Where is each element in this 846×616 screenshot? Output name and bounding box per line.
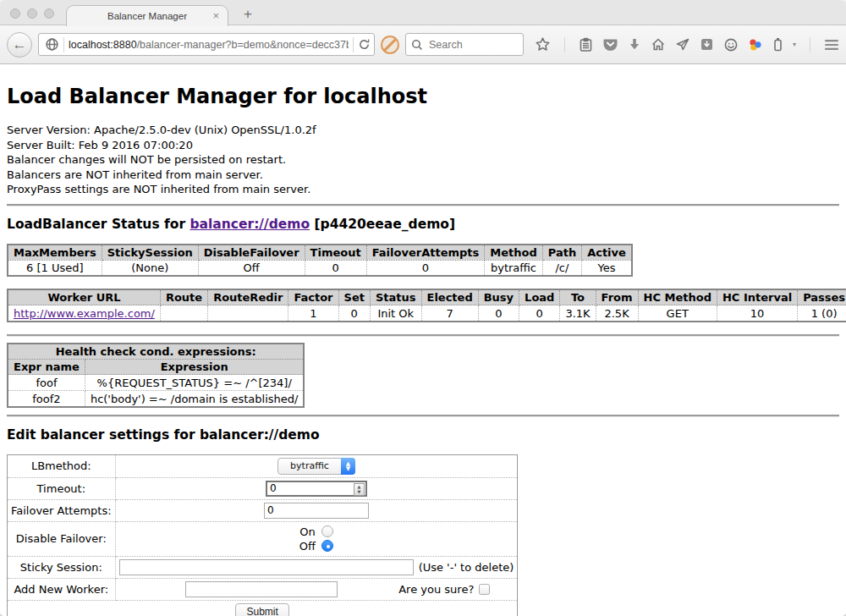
lbmethod-select[interactable]: bytraffic ▲▼ <box>277 458 355 475</box>
new-tab-button[interactable]: + <box>244 6 252 23</box>
chevron-down-icon[interactable]: ▾ <box>793 41 796 48</box>
bookmark-star-icon[interactable] <box>535 36 551 52</box>
server-version-line: Server Version: Apache/2.5.0-dev (Unix) … <box>7 123 839 138</box>
url-path: /balancer-manager?b=demo&nonce=decc37be-… <box>137 39 349 51</box>
radio-on-label: On <box>299 525 315 539</box>
close-window-button[interactable] <box>10 8 20 19</box>
table-cell: (None) <box>102 260 198 276</box>
sticky-session-label: Sticky Session: <box>8 556 116 578</box>
table-row: 6 [1 Used](None)Off00bytraffic/c/Yes <box>8 260 632 276</box>
column-header: Expr name <box>8 360 85 375</box>
column-header: DisableFailover <box>198 245 305 261</box>
column-header: Load <box>519 289 560 305</box>
submit-button[interactable]: Submit <box>235 603 288 616</box>
proxypass-note-line: ProxyPass settings are NOT inherited fro… <box>7 182 839 197</box>
failover-attempts-input[interactable] <box>264 503 369 519</box>
page-title: Load Balancer Manager for localhost <box>7 85 839 108</box>
reload-icon[interactable] <box>358 38 371 51</box>
zoom-window-button[interactable] <box>44 8 54 19</box>
minimize-window-button[interactable] <box>27 8 37 19</box>
table-header-row: MaxMembersStickySessionDisableFailoverTi… <box>8 245 632 261</box>
search-input[interactable] <box>427 38 512 52</box>
tab-close-icon[interactable]: × <box>212 9 219 22</box>
timeout-input[interactable] <box>266 481 367 497</box>
server-built-line: Server Built: Feb 9 2016 07:00:20 <box>7 138 839 153</box>
home-icon[interactable] <box>651 37 666 52</box>
chat-smiley-icon[interactable] <box>723 37 739 52</box>
select-stepper-icon: ▲▼ <box>341 458 355 475</box>
column-header: Status <box>370 289 421 305</box>
table-row: foof%{REQUEST_STATUS} =~ /^[234]/ <box>8 375 304 391</box>
search-bar[interactable] <box>405 33 524 56</box>
column-header: Set <box>338 289 370 305</box>
number-spinner-icon[interactable]: ▲▼ <box>354 483 365 496</box>
add-worker-input[interactable] <box>185 581 338 597</box>
lbmethod-label: LBmethod: <box>8 454 116 477</box>
loadbalancer-status-heading: LoadBalancer Status for balancer://demo … <box>7 217 839 232</box>
column-header: MaxMembers <box>8 245 102 261</box>
disable-failover-off-radio[interactable] <box>321 540 333 552</box>
edit-balancer-heading: Edit balancer settings for balancer://de… <box>7 427 839 443</box>
worker-url-link[interactable]: http://www.example.com/ <box>14 307 155 320</box>
content-blocked-icon[interactable] <box>381 36 399 54</box>
add-new-worker-label: Add New Worker: <box>8 578 116 600</box>
table-cell: 0 <box>366 260 485 276</box>
globe-icon <box>45 37 59 52</box>
back-arrow-icon: ← <box>13 36 27 53</box>
column-header: Method <box>485 245 542 261</box>
balancer-settings-form: LBmethod: bytraffic ▲▼ Timeout: ▲▼ <box>7 454 518 616</box>
disable-failover-label: Disable Failover: <box>8 521 116 556</box>
disable-failover-on-radio[interactable] <box>321 525 333 537</box>
are-you-sure-checkbox[interactable] <box>479 584 490 595</box>
tab-bar: Balancer Manager × + <box>0 0 846 25</box>
table-cell: 0 <box>305 260 366 276</box>
column-header: Route <box>160 289 207 305</box>
column-header: HC Interval <box>717 289 797 305</box>
table-cell: /c/ <box>542 260 581 276</box>
health-table-title: Health check cond. expressions: <box>8 344 304 360</box>
extension-dots-icon[interactable] <box>748 37 763 52</box>
divider <box>63 37 64 52</box>
page-content: Load Balancer Manager for localhost Serv… <box>0 85 846 616</box>
balancer-demo-link[interactable]: balancer://demo <box>190 217 310 232</box>
browser-window: Balancer Manager × + ← localhost:8880/ba… <box>0 0 846 616</box>
table-cell: 1 (0) <box>798 305 846 322</box>
radio-off-label: Off <box>299 539 316 553</box>
persist-note-line: Balancer changes will NOT be persisted o… <box>7 152 839 168</box>
table-cell: foof <box>8 375 85 391</box>
divider <box>564 37 565 52</box>
column-header: Busy <box>478 289 519 305</box>
column-header: Factor <box>288 289 338 305</box>
device-battery-icon[interactable] <box>772 37 783 52</box>
menu-hamburger-icon[interactable] <box>824 39 839 51</box>
table-cell: foof2 <box>8 391 85 407</box>
reading-list-icon[interactable] <box>579 37 593 52</box>
browser-tab[interactable]: Balancer Manager × <box>66 5 228 26</box>
sticky-session-input[interactable] <box>119 559 414 575</box>
navigation-toolbar: ← localhost:8880/balancer-manager?b=demo… <box>0 25 846 64</box>
table-cell: 0 <box>478 305 519 322</box>
back-button[interactable]: ← <box>7 32 32 58</box>
status-heading-prefix: LoadBalancer Status for <box>7 217 190 232</box>
send-icon[interactable] <box>675 37 690 52</box>
table-row: http://www.example.com/10Init Ok7003.1K2… <box>8 305 846 322</box>
panel-download-icon[interactable] <box>700 37 714 52</box>
column-header: Passes <box>798 289 846 305</box>
table-cell: 3.1K <box>560 305 596 322</box>
divider-rule <box>7 334 839 336</box>
table-cell: bytraffic <box>485 260 542 276</box>
divider-rule <box>7 204 839 206</box>
table-header-row: Expr nameExpression <box>8 360 304 375</box>
table-cell: http://www.example.com/ <box>8 305 160 322</box>
downloads-icon[interactable] <box>628 37 641 52</box>
url-text[interactable]: localhost:8880/balancer-manager?b=demo&n… <box>69 39 349 51</box>
url-bar[interactable]: localhost:8880/balancer-manager?b=demo&n… <box>38 33 375 56</box>
divider <box>353 37 354 52</box>
traffic-lights <box>10 8 54 19</box>
tab-title: Balancer Manager <box>107 11 187 21</box>
pocket-icon[interactable] <box>602 37 618 52</box>
table-cell: 6 [1 Used] <box>8 260 102 276</box>
table-header-row: Worker URLRouteRouteRedirFactorSetStatus… <box>8 289 846 305</box>
balancer-status-table: MaxMembersStickySessionDisableFailoverTi… <box>7 244 633 278</box>
column-header: Timeout <box>305 245 366 261</box>
